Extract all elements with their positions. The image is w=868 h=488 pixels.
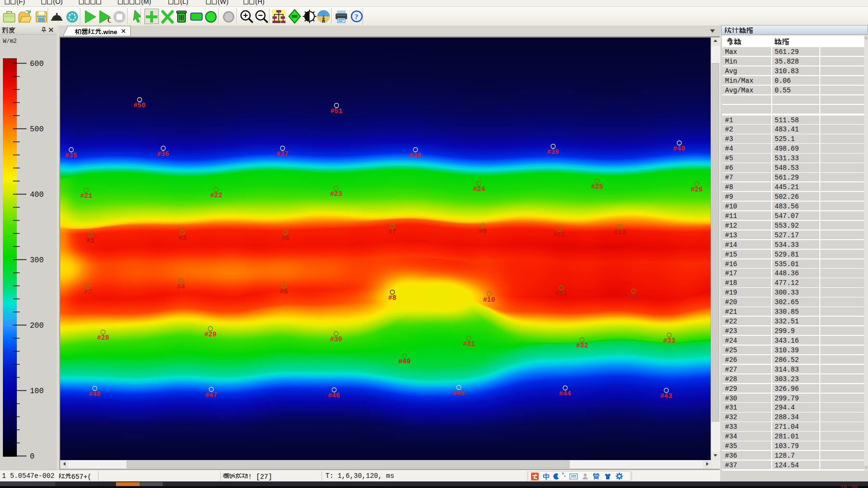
svg-text:600: 600 xyxy=(30,60,44,68)
svg-text:#39: #39 xyxy=(547,148,559,156)
svg-text:#25: #25 xyxy=(591,183,603,191)
svg-text:#45: #45 xyxy=(453,389,465,397)
svg-text:#43: #43 xyxy=(660,392,672,400)
svg-text:#8: #8 xyxy=(389,294,397,302)
svg-text:#49: #49 xyxy=(398,358,410,365)
svg-text:200: 200 xyxy=(30,321,44,330)
svg-text:#33: #33 xyxy=(663,337,675,345)
svg-text:#22: #22 xyxy=(210,192,222,199)
svg-text:#36: #36 xyxy=(157,150,169,158)
svg-text:#5: #5 xyxy=(282,234,290,242)
svg-text:#6: #6 xyxy=(280,288,288,295)
svg-text:#47: #47 xyxy=(205,391,217,399)
svg-text:?: ? xyxy=(355,13,359,21)
svg-text:#38: #38 xyxy=(409,152,421,159)
svg-text:#11: #11 xyxy=(553,231,565,239)
svg-text:0: 0 xyxy=(30,452,35,461)
svg-text:#23: #23 xyxy=(330,190,342,198)
svg-text:#29: #29 xyxy=(204,331,216,338)
svg-text:#3: #3 xyxy=(179,234,187,242)
svg-text:#14: #14 xyxy=(627,293,639,301)
svg-text:#1: #1 xyxy=(87,237,95,244)
svg-text:#7: #7 xyxy=(389,228,397,236)
svg-text:#13: #13 xyxy=(614,229,626,236)
svg-text:#48: #48 xyxy=(89,390,101,398)
svg-text:#10: #10 xyxy=(483,296,495,304)
svg-text:#24: #24 xyxy=(473,185,485,193)
svg-text:C: C xyxy=(107,17,111,24)
svg-text:#32: #32 xyxy=(576,342,588,349)
svg-text:#4: #4 xyxy=(177,283,185,291)
svg-text:#28: #28 xyxy=(97,334,109,342)
svg-text:#37: #37 xyxy=(276,150,288,158)
svg-text:300: 300 xyxy=(30,256,44,265)
svg-text:#46: #46 xyxy=(328,392,340,399)
svg-text:#51: #51 xyxy=(330,107,342,115)
svg-text:#9: #9 xyxy=(479,228,487,235)
svg-text:#26: #26 xyxy=(690,186,702,193)
svg-text:#21: #21 xyxy=(80,192,92,200)
svg-text:#44: #44 xyxy=(559,390,571,398)
svg-text:#31: #31 xyxy=(463,340,475,348)
svg-text:100: 100 xyxy=(30,387,44,396)
svg-text:400: 400 xyxy=(30,191,44,199)
svg-text:#50: #50 xyxy=(133,102,145,109)
svg-text:#12: #12 xyxy=(555,290,567,297)
svg-text:#40: #40 xyxy=(673,145,685,153)
svg-text:#35: #35 xyxy=(65,152,77,159)
svg-text:#2: #2 xyxy=(84,288,92,296)
svg-text:500: 500 xyxy=(30,125,44,134)
svg-text:#30: #30 xyxy=(330,335,342,343)
